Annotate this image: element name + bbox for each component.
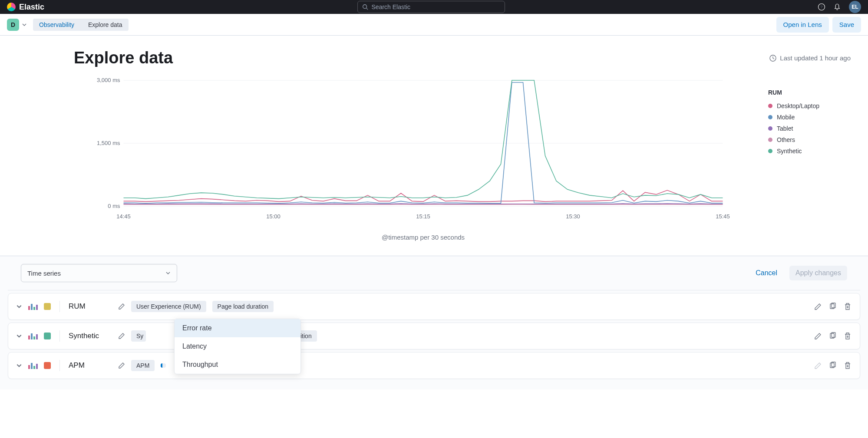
series-tag[interactable]: APM	[131, 360, 155, 371]
svg-text:1,500 ms: 1,500 ms	[97, 140, 120, 146]
legend-label: Mobile	[777, 114, 795, 121]
svg-point-0	[363, 5, 366, 9]
breadcrumb-item-observability[interactable]: Observability	[33, 19, 80, 31]
trash-icon[interactable]	[843, 361, 852, 370]
brand-logo[interactable]: Elastic	[7, 3, 44, 12]
copy-icon[interactable]	[828, 361, 837, 370]
chevron-down-icon[interactable]	[22, 22, 27, 27]
chart-type-icon[interactable]	[28, 303, 38, 310]
edit-icon	[814, 361, 822, 370]
notifications-icon[interactable]	[833, 3, 841, 11]
page-title: Explore data	[74, 49, 173, 67]
series-color-swatch[interactable]	[44, 362, 51, 369]
apply-changes-button: Apply changes	[789, 266, 847, 280]
svg-text:0 ms: 0 ms	[108, 203, 120, 209]
series-tag[interactable]: User Experience (RUM)	[131, 301, 206, 312]
brand-name: Elastic	[19, 3, 44, 12]
edit-icon[interactable]	[118, 303, 125, 310]
clock-icon	[769, 55, 776, 62]
svg-text:15:00: 15:00	[266, 213, 281, 220]
edit-icon[interactable]	[118, 362, 125, 369]
legend-item[interactable]: Tablet	[768, 123, 851, 134]
legend-swatch	[768, 138, 772, 142]
search-placeholder: Search Elastic	[372, 3, 410, 10]
breadcrumb: Observability Explore data	[33, 19, 129, 31]
user-avatar[interactable]: EL	[849, 1, 861, 13]
svg-text:15:45: 15:45	[716, 213, 730, 220]
svg-line-1	[366, 8, 368, 10]
search-icon	[362, 4, 368, 10]
cancel-button[interactable]: Cancel	[749, 266, 783, 280]
legend-label: Tablet	[777, 125, 793, 132]
breadcrumb-bar: D Observability Explore data Open in Len…	[0, 14, 868, 36]
legend-swatch	[768, 104, 772, 108]
time-series-chart[interactable]: 0 ms1,500 ms3,000 ms14:4515:0015:1515:30…	[74, 76, 746, 224]
series-name: RUM	[69, 302, 112, 311]
chevron-down-icon	[165, 270, 171, 276]
series-row-apm: APM APM	[8, 352, 860, 379]
dropdown-item-latency[interactable]: Latency	[175, 337, 300, 356]
series-color-swatch[interactable]	[44, 303, 51, 310]
series-name: APM	[69, 361, 112, 370]
chart-type-icon[interactable]	[28, 333, 38, 339]
series-tag[interactable]: Sy	[131, 330, 146, 342]
legend-label: Desktop/Laptop	[777, 102, 819, 109]
edit-icon[interactable]	[814, 332, 822, 340]
legend-item[interactable]: Mobile	[768, 112, 851, 123]
edit-icon[interactable]	[814, 302, 822, 311]
copy-icon[interactable]	[828, 332, 837, 340]
svg-text:15:30: 15:30	[566, 213, 580, 220]
save-button[interactable]: Save	[832, 17, 861, 33]
trash-icon[interactable]	[843, 302, 852, 311]
chevron-down-icon[interactable]	[16, 333, 22, 339]
metric-dropdown-menu: Error rate Latency Throughput	[174, 319, 301, 374]
global-search-input[interactable]: Search Elastic	[357, 1, 505, 13]
legend-item[interactable]: Others	[768, 134, 851, 145]
chart-type-icon[interactable]	[28, 362, 38, 369]
series-tag[interactable]: Page load duration	[212, 301, 274, 312]
open-in-lens-button[interactable]: Open in Lens	[776, 17, 829, 33]
legend-title: RUM	[768, 89, 851, 96]
svg-text:14:45: 14:45	[116, 213, 131, 220]
svg-text:15:15: 15:15	[416, 213, 430, 220]
series-name: Synthetic	[69, 332, 112, 340]
edit-icon[interactable]	[118, 333, 125, 339]
copy-icon[interactable]	[828, 302, 837, 311]
legend-item[interactable]: Synthetic	[768, 145, 851, 157]
legend-item[interactable]: Desktop/Laptop	[768, 100, 851, 112]
chart-type-select[interactable]: Time series	[21, 264, 177, 282]
chart-legend: RUM Desktop/LaptopMobileTabletOthersSynt…	[746, 76, 851, 241]
series-row-rum: RUM User Experience (RUM) Page load dura…	[8, 293, 860, 320]
x-axis-label: @timestamp per 30 seconds	[74, 234, 746, 241]
dropdown-item-error-rate[interactable]: Error rate	[175, 319, 300, 337]
legend-swatch	[768, 149, 772, 153]
elastic-logo-icon	[7, 3, 16, 11]
svg-text:?: ?	[820, 4, 823, 9]
legend-swatch	[768, 115, 772, 119]
svg-text:3,000 ms: 3,000 ms	[97, 77, 120, 83]
top-nav-bar: Elastic Search Elastic ? EL	[0, 0, 868, 14]
chevron-down-icon[interactable]	[16, 362, 22, 369]
chevron-down-icon[interactable]	[16, 303, 22, 310]
series-metric-select[interactable]	[161, 363, 166, 368]
series-color-swatch[interactable]	[44, 333, 51, 339]
last-updated: Last updated 1 hour ago	[769, 54, 851, 62]
series-config-panel: Time series Cancel Apply changes RUM Use…	[0, 256, 868, 389]
legend-label: Others	[777, 136, 795, 143]
series-row-synthetic: Synthetic Sy Error rate Latency Throughp…	[8, 323, 860, 349]
trash-icon[interactable]	[843, 332, 852, 340]
space-selector-badge[interactable]: D	[7, 19, 19, 31]
legend-label: Synthetic	[777, 148, 802, 155]
help-icon[interactable]: ?	[818, 3, 825, 11]
legend-swatch	[768, 126, 772, 131]
dropdown-item-throughput[interactable]: Throughput	[175, 356, 300, 374]
breadcrumb-item-explore-data: Explore data	[80, 19, 129, 31]
